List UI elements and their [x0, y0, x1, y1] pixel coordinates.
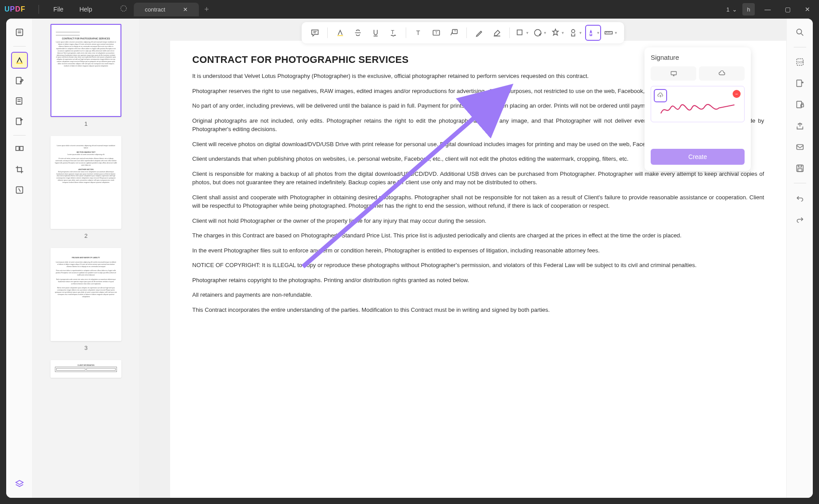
user-avatar[interactable]: h: [742, 3, 755, 16]
document-tab[interactable]: contract ✕: [134, 3, 199, 16]
title-bar: UPDF File Help contract ✕ + 1 ⌄ h — ▢ ✕: [0, 0, 819, 19]
maximize-button[interactable]: ▢: [780, 3, 795, 16]
new-tab-button[interactable]: +: [199, 1, 214, 18]
menu-file[interactable]: File: [46, 6, 72, 13]
home-tab-icon[interactable]: [113, 0, 134, 19]
close-tab-icon[interactable]: ✕: [183, 6, 188, 13]
page-indicator[interactable]: 1 ⌄: [726, 6, 737, 13]
minimize-button[interactable]: —: [760, 3, 775, 16]
menu-help[interactable]: Help: [71, 6, 100, 13]
chevron-down-icon: ⌄: [732, 6, 737, 13]
divider: [39, 5, 39, 14]
svg-point-0: [121, 6, 127, 12]
close-button[interactable]: ✕: [800, 3, 815, 16]
app-logo: UPDF: [4, 5, 25, 13]
tab-label: contract: [145, 6, 165, 13]
